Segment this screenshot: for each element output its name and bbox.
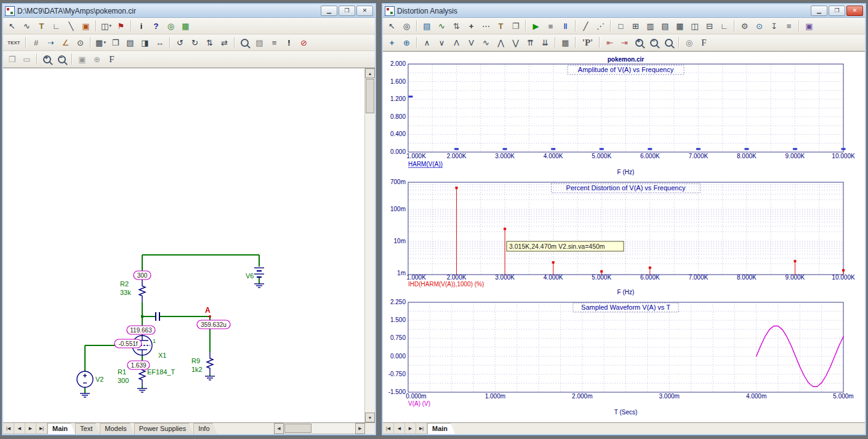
zoom-fit-button[interactable] [662,36,676,50]
pause-button[interactable]: ‖ [558,19,573,33]
flag-mode-icon[interactable]: ⚑ [114,19,128,33]
waveform-expression[interactable]: V(A) (V) [408,400,430,407]
stack-vertical-icon[interactable]: ▤ [658,19,672,33]
next-page-button[interactable]: ▶ [405,423,416,434]
select-mode-icon[interactable]: ↖ [385,19,399,33]
next-inflection-icon[interactable]: ∿ [479,36,493,50]
stack-horizontal-icon[interactable]: ▥ [643,19,657,33]
zoom-in-icon[interactable] [40,52,54,66]
global-low-icon[interactable]: ⇊ [538,36,552,50]
maximize-button[interactable]: ❐ [829,6,845,16]
tab-main[interactable]: Main [427,423,455,434]
maximize-button[interactable]: ❐ [339,6,355,16]
zoom-out-button[interactable] [647,36,661,50]
minimize-button[interactable]: ▁ [321,6,337,16]
power-display-icon[interactable]: ∠ [58,36,73,50]
slider-icon[interactable]: ≡ [782,19,796,33]
find-repeat-icon[interactable]: ▤ [252,36,267,50]
fit-page-icon[interactable]: ↔ [153,36,167,50]
rotate-cw-icon[interactable]: ↻ [188,36,202,50]
waveform-expression[interactable]: HARM(V(A)) [408,161,443,167]
tab-info[interactable]: Info [193,423,217,434]
border-icon[interactable]: ❐ [108,36,123,50]
stop-button[interactable]: ■ [544,19,558,33]
component-menu-icon[interactable]: ◫▾ [99,19,113,33]
prev-page-button[interactable]: ◀ [14,423,25,434]
warning-icon[interactable]: ! [282,36,296,50]
cursor-lines-icon[interactable]: + [385,36,399,50]
help-topics-icon[interactable]: ≡ [267,36,281,50]
scroll-left-button[interactable]: ◀ [274,423,284,434]
analysis-titlebar[interactable]: Distortion Analysis ▁ ❐ ✕ [383,4,865,18]
first-page-button[interactable]: |◀ [383,423,394,434]
horizontal-scroll-thumb[interactable] [284,424,311,433]
scroll-right-button[interactable]: ▶ [355,423,365,434]
next-high-icon[interactable]: Λ [449,36,464,50]
plot-area[interactable]: pokemon.cir2.0001.6001.2000.8000.4000.00… [383,51,865,422]
flip-vertical-icon[interactable]: ⇅ [203,36,217,50]
scale-mode-icon[interactable]: ⇅ [449,19,464,33]
node-numbers-icon[interactable]: # [29,36,43,50]
waveform-expression[interactable]: IHD(HARM(V(A)),1000) (%) [408,281,484,288]
scroll-down-button[interactable]: ▼ [365,413,375,422]
scroll-up-button[interactable]: ▲ [365,68,375,78]
ortho-wire-mode-icon[interactable]: ∟ [49,19,63,33]
next-peak-icon[interactable]: ∧ [420,36,434,50]
tab-main[interactable]: Main [47,423,75,434]
copy-page-icon[interactable]: ❐ [5,52,19,66]
prev-page-button[interactable]: ◀ [394,423,405,434]
current-display-icon[interactable]: ⇢ [44,36,58,50]
source-v2[interactable] [77,371,93,387]
close-button[interactable]: ✕ [846,6,863,16]
title-block-icon[interactable]: ▤ [123,36,137,50]
waveform-select-icon[interactable]: ∿ [435,19,449,33]
run-button[interactable]: ▶ [529,19,543,33]
text-mode-icon[interactable]: T [34,19,49,33]
vertical-scroll-thumb[interactable] [366,79,374,113]
next-low-icon[interactable]: V [464,36,478,50]
tools-icon[interactable]: ⚙ [737,19,752,33]
probe-mode-icon[interactable]: ◎ [400,19,414,33]
wire-mode-icon[interactable]: ∿ [20,19,34,33]
grid-panels-icon[interactable]: ▦ [673,19,687,33]
properties-icon[interactable]: ❐ [508,19,523,33]
global-high-icon[interactable]: ⇈ [523,36,537,50]
data-points-icon[interactable]: ⋰ [593,19,608,33]
select-mode-icon[interactable]: ↖ [5,19,19,33]
tile-grid-icon[interactable]: ⊞ [629,19,643,33]
analysis-limits-icon[interactable]: ▤ [420,19,434,33]
cursor-mode-icon[interactable]: + [464,19,478,33]
split-panels-icon[interactable]: ◫ [688,19,702,33]
tab-models[interactable]: Models [100,423,134,434]
data-line-icon[interactable]: ╱ [579,19,593,33]
go-to-x-icon[interactable]: ▦ [558,36,573,50]
pin-cursor-icon[interactable]: ⊙ [752,19,766,33]
resistor-r9[interactable] [207,352,213,374]
horizontal-scrollbar[interactable] [284,423,355,434]
picture-mode-icon[interactable]: ▣ [79,19,93,33]
close-button[interactable]: ✕ [356,6,373,16]
slope-up-icon[interactable]: ⋀ [494,36,508,50]
merge-panels-icon[interactable]: ⊟ [702,19,717,33]
point-to-point-icon[interactable]: ◎ [164,19,178,33]
go-to-performance-button[interactable]: 'P' [579,36,597,50]
zoom-in-button[interactable] [632,36,646,50]
anchor-icon[interactable]: ↧ [767,19,781,33]
tab-text[interactable]: Text [75,423,100,434]
tag-x-icon[interactable]: ⇤ [603,36,617,50]
find-icon[interactable] [238,36,252,50]
tag-y-icon[interactable]: ⇥ [617,36,632,50]
font-button[interactable]: F [697,36,711,50]
schematic-titlebar[interactable]: D:\MC9\DATA\MyAmps\pokemon.cir ▁ ❐ ✕ [3,4,375,18]
zoom-out-icon[interactable] [55,52,69,66]
line-mode-icon[interactable]: ╲ [64,19,78,33]
cursor-track-icon[interactable]: ⊕ [400,36,414,50]
vertical-scrollbar[interactable]: ▲ ▼ [364,68,375,422]
web-icon[interactable]: ⊕ [90,52,104,66]
next-page-button[interactable]: ▶ [25,423,36,434]
last-page-button[interactable]: ▶| [36,423,47,434]
minimize-button[interactable]: ▁ [811,6,827,16]
help-mode-icon[interactable]: ? [149,19,163,33]
panel-icon[interactable]: ▣ [75,52,89,66]
last-page-button[interactable]: ▶| [416,423,427,434]
